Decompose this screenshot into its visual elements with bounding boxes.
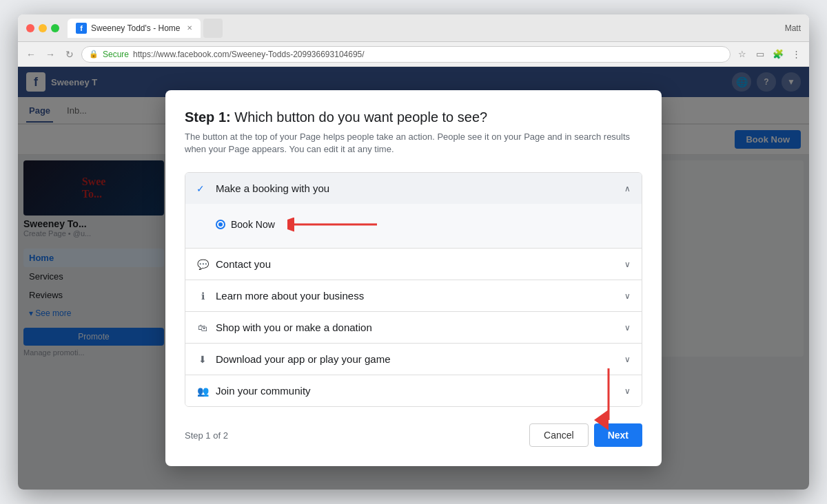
close-button[interactable] <box>26 24 34 32</box>
accordion-content-make-booking: Book Now <box>185 204 642 248</box>
browser-window: f Sweeney Todd's - Home ✕ Matt ← → ↻ 🔒 S… <box>18 14 809 490</box>
accordion-header-make-booking[interactable]: ✓ Make a booking with you ∧ <box>185 173 642 204</box>
minimize-button[interactable] <box>39 24 47 32</box>
extensions-icon[interactable]: 🧩 <box>770 47 786 62</box>
accordion-item-contact: 💬 Contact you ∨ <box>185 249 642 280</box>
chevron-down-icon-contact: ∨ <box>624 260 631 269</box>
accordion-header-community[interactable]: 👥 Join your community ∨ <box>185 375 642 406</box>
accordion-header-learn-more[interactable]: ℹ Learn more about your business ∨ <box>185 280 642 311</box>
tab-close-icon[interactable]: ✕ <box>187 24 192 32</box>
radio-dot-book-now <box>216 220 225 229</box>
accordion-item-shop: 🛍 Shop with you or make a donation ∨ <box>185 312 642 344</box>
toolbar-icons: ☆ ▭ 🧩 ⋮ <box>735 47 804 62</box>
address-bar-row: ← → ↻ 🔒 Secure https://www.facebook.com/… <box>18 42 809 67</box>
accordion-item-learn-more: ℹ Learn more about your business ∨ <box>185 280 642 312</box>
address-bar[interactable]: 🔒 Secure https://www.facebook.com/Sweene… <box>81 46 731 63</box>
more-icon[interactable]: ⋮ <box>788 47 804 62</box>
community-icon: 👥 <box>196 386 209 397</box>
chevron-down-icon-download: ∨ <box>624 355 631 364</box>
fullscreen-button[interactable] <box>51 24 59 32</box>
fb-page: f Sweeney T 🌐 ? ▼ Page Inb... 👍 Like + F… <box>18 67 809 490</box>
radio-label-book-now: Book Now <box>231 219 275 230</box>
new-tab-button[interactable] <box>203 19 223 38</box>
url-text: https://www.facebook.com/Sweeney-Todds-2… <box>133 50 723 59</box>
accordion-label-make-booking: Make a booking with you <box>216 182 617 194</box>
modal-title-text: Which button do you want people to see? <box>234 109 487 125</box>
accordion-item-download: ⬇ Download your app or play your game ∨ <box>185 344 642 375</box>
cancel-button[interactable]: Cancel <box>529 423 589 447</box>
next-button[interactable]: Next <box>594 423 642 447</box>
download-icon: ⬇ <box>196 354 209 365</box>
fb-favicon-icon: f <box>76 23 87 34</box>
red-arrow-left <box>287 212 377 237</box>
traffic-lights <box>26 24 59 32</box>
chevron-down-icon-community: ∨ <box>624 386 631 396</box>
cast-icon[interactable]: ▭ <box>753 47 768 62</box>
back-button[interactable]: ← <box>23 47 39 62</box>
info-icon: ℹ <box>196 291 209 302</box>
accordion-header-download[interactable]: ⬇ Download your app or play your game ∨ <box>185 344 642 375</box>
shop-icon: 🛍 <box>196 322 209 333</box>
star-icon[interactable]: ☆ <box>735 47 750 62</box>
tab-title: Sweeney Todd's - Home <box>91 23 180 33</box>
step-label: Step 1: <box>185 109 231 125</box>
accordion-item-community: 👥 Join your community ∨ <box>185 375 642 406</box>
step-indicator: Step 1 of 2 <box>185 430 228 441</box>
forward-button[interactable]: → <box>43 47 58 62</box>
chevron-down-icon-learn: ∨ <box>624 291 631 301</box>
radio-option-book-now[interactable]: Book Now <box>216 212 631 237</box>
accordion-label-learn-more: Learn more about your business <box>216 290 617 302</box>
chevron-down-icon-shop: ∨ <box>624 323 631 333</box>
accordion-header-contact[interactable]: 💬 Contact you ∨ <box>185 249 642 280</box>
modal-overlay: Step 1: Which button do you want people … <box>18 67 809 490</box>
accordion-label-download: Download your app or play your game <box>216 353 617 365</box>
modal-subtitle: The button at the top of your Page helps… <box>185 131 642 156</box>
accordion-label-shop: Shop with you or make a donation <box>216 322 617 333</box>
accordion-label-community: Join your community <box>216 385 617 397</box>
accordion-item-make-booking: ✓ Make a booking with you ∧ Book Now <box>185 173 642 249</box>
modal-footer: Step 1 of 2 Cancel Next <box>185 423 642 447</box>
user-name: Matt <box>785 23 801 33</box>
accordion-header-shop[interactable]: 🛍 Shop with you or make a donation ∨ <box>185 312 642 343</box>
radio-dot-inner <box>218 222 223 227</box>
accordion: ✓ Make a booking with you ∧ Book Now <box>185 172 642 407</box>
secure-label: Secure <box>103 50 129 59</box>
refresh-button[interactable]: ↻ <box>62 47 77 62</box>
chevron-up-icon: ∧ <box>624 184 631 193</box>
chat-icon: 💬 <box>196 259 209 270</box>
modal-title: Step 1: Which button do you want people … <box>185 109 642 125</box>
active-tab[interactable]: f Sweeney Todd's - Home ✕ <box>68 19 201 38</box>
tab-area: f Sweeney Todd's - Home ✕ <box>68 19 785 38</box>
modal-dialog: Step 1: Which button do you want people … <box>165 90 662 466</box>
modal-actions: Cancel Next <box>529 423 642 447</box>
accordion-label-contact: Contact you <box>216 258 617 270</box>
checkmark-icon: ✓ <box>196 183 209 194</box>
title-bar: f Sweeney Todd's - Home ✕ Matt <box>18 14 809 42</box>
secure-icon: 🔒 <box>89 50 99 59</box>
